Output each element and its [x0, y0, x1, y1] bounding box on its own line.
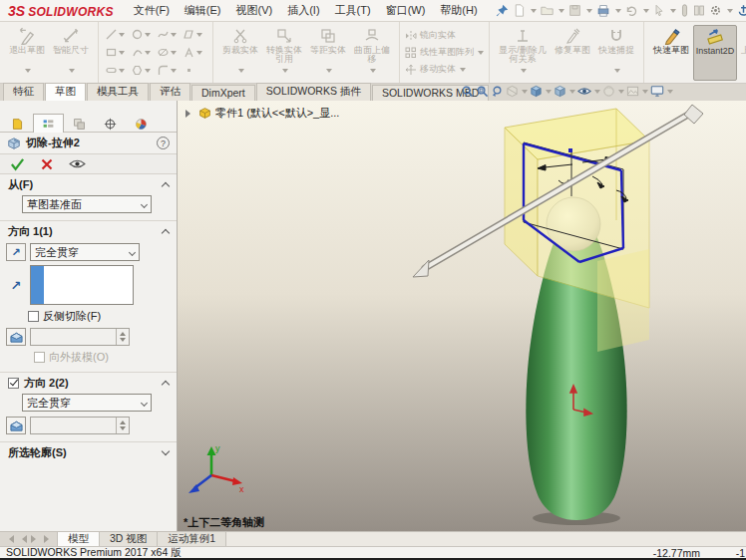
options-gear-icon[interactable] — [709, 4, 722, 17]
dimxpert-manager-tab[interactable] — [95, 114, 126, 133]
from-group-header[interactable]: 从(F) — [0, 174, 177, 194]
direction2-checkbox[interactable] — [8, 378, 19, 389]
line-tool[interactable] — [104, 29, 130, 40]
exit-sketch-button[interactable]: 退出草图 — [5, 25, 49, 81]
tab-sketch[interactable]: 草图 — [45, 83, 86, 101]
cancel-x-icon[interactable] — [41, 158, 53, 170]
tab-navigation-buttons[interactable] — [0, 532, 58, 546]
new-document-icon[interactable] — [513, 4, 526, 17]
ok-check-icon[interactable] — [10, 157, 25, 171]
tab-evaluate[interactable]: 评估 — [150, 83, 190, 101]
last-tab-icon[interactable] — [44, 535, 53, 543]
point-tool[interactable] — [182, 65, 207, 76]
preview-eye-icon[interactable] — [69, 158, 86, 169]
view-settings-caret-icon[interactable] — [667, 90, 673, 97]
tree-item-part[interactable]: 零件1 (默认<<默认>_显... — [215, 106, 339, 121]
polygon-tool[interactable] — [130, 65, 156, 76]
menu-view[interactable]: 视图(V) — [236, 3, 273, 18]
model-tab[interactable]: 模型 — [58, 532, 100, 546]
attachments-icon[interactable] — [680, 4, 689, 17]
reverse-direction-button[interactable]: ↗ — [6, 243, 26, 261]
view-orientation-icon[interactable] — [530, 85, 543, 98]
view-settings-icon[interactable] — [650, 85, 664, 98]
tab-solidworks-addins[interactable]: SOLIDWORKS 插件 — [256, 83, 371, 101]
3d-views-tab[interactable]: 3D 视图 — [100, 532, 158, 546]
pin-icon[interactable] — [496, 4, 509, 17]
print-icon[interactable] — [596, 4, 610, 17]
quick-snaps-button[interactable]: 快速捕捉 — [594, 25, 638, 81]
select-icon[interactable] — [653, 4, 665, 17]
rapid-sketch-button[interactable]: 快速草图 — [649, 25, 693, 81]
save-icon[interactable] — [568, 4, 581, 17]
new-document-caret-icon[interactable] — [531, 9, 537, 16]
menu-window[interactable]: 窗口(W) — [386, 3, 426, 18]
from-condition-combobox[interactable]: 草图基准面 — [22, 195, 152, 213]
instant2d-button[interactable]: Instant2D — [693, 25, 737, 81]
menu-insert[interactable]: 插入(I) — [287, 3, 319, 18]
hide-show-items-caret-icon[interactable] — [594, 90, 600, 97]
tab-features[interactable]: 特征 — [3, 83, 44, 101]
hide-show-items-icon[interactable] — [577, 85, 591, 98]
spinner-buttons[interactable] — [116, 418, 129, 433]
tab-mold-tools[interactable]: 模具工具 — [87, 83, 149, 101]
rectangle-tool[interactable] — [104, 47, 130, 58]
spin-up-icon[interactable] — [120, 418, 126, 424]
shaded-sketch-contours-button[interactable]: 上色草图轮廓 — [737, 25, 746, 81]
offset-entities-button[interactable]: 等距实体 — [306, 25, 350, 81]
trim-entities-button[interactable]: 剪裁实体 — [218, 25, 262, 81]
smart-dimension-button[interactable]: 智能尺寸 — [49, 25, 93, 81]
apply-scene-icon[interactable] — [626, 85, 639, 98]
previous-view-icon[interactable] — [491, 85, 504, 98]
circle-tool[interactable] — [130, 29, 156, 40]
plane-tool[interactable] — [182, 29, 207, 40]
spline-tool[interactable] — [156, 29, 182, 40]
open-icon[interactable] — [541, 4, 554, 17]
display-delete-relations-button[interactable]: 显示/删除几何关系 — [495, 25, 551, 81]
direction-reference-listbox[interactable] — [30, 265, 134, 305]
display-manager-tab[interactable] — [126, 114, 157, 133]
mirror-entities-button[interactable]: 镜向实体 — [405, 28, 484, 43]
zoom-to-fit-icon[interactable] — [461, 85, 474, 98]
direction1-end-condition-combobox[interactable]: 完全贯穿 — [30, 243, 140, 261]
3d-scene[interactable]: y x — [178, 101, 746, 531]
draft-angle-spinner[interactable] — [30, 328, 130, 346]
draft-button[interactable] — [6, 328, 26, 346]
prev-tab-icon[interactable] — [18, 535, 27, 543]
apply-scene-caret-icon[interactable] — [642, 90, 648, 97]
draft-angle-spinner-2[interactable] — [30, 417, 130, 434]
tree-expand-icon[interactable] — [186, 110, 194, 118]
sketch-text-tool[interactable] — [182, 47, 207, 58]
convert-entities-button[interactable]: 转换实体引用 — [262, 25, 306, 81]
help-icon[interactable]: ? — [157, 137, 170, 149]
flip-side-checkbox[interactable] — [28, 311, 39, 322]
ellipse-tool[interactable] — [156, 47, 182, 58]
menu-file[interactable]: 文件(F) — [134, 3, 170, 18]
tab-dimxpert[interactable]: DimXpert — [191, 85, 255, 101]
options-caret-icon[interactable] — [727, 9, 733, 16]
graphics-viewport[interactable]: y x 零件1 (默认<<默认>_显... *上下二等角轴测 — [178, 101, 746, 531]
edit-appearance-caret-icon[interactable] — [618, 90, 624, 97]
selected-contours-header[interactable]: 所选轮廓(S) — [0, 442, 177, 462]
spin-down-icon[interactable] — [120, 426, 126, 433]
arc-tool[interactable] — [130, 47, 156, 58]
move-entities-button[interactable]: 移动实体 — [405, 62, 484, 77]
section-view-caret-icon[interactable] — [522, 90, 528, 97]
next-tab-icon[interactable] — [31, 535, 40, 543]
linear-sketch-pattern-button[interactable]: 线性草图阵列 — [405, 45, 484, 60]
repair-sketch-button[interactable]: 修复草图 — [551, 25, 594, 81]
undo-caret-icon[interactable] — [643, 9, 649, 16]
motion-study-tab[interactable]: 运动算例1 — [158, 532, 226, 546]
slot-tool[interactable] — [104, 65, 130, 76]
edit-appearance-icon[interactable] — [602, 85, 615, 98]
direction2-end-condition-combobox[interactable]: 完全贯穿 — [22, 394, 152, 412]
direction1-group-header[interactable]: 方向 1(1) — [0, 221, 177, 241]
offset-on-surface-button[interactable]: 曲面上偏移 — [350, 25, 394, 81]
zoom-to-area-icon[interactable] — [476, 85, 489, 98]
print-caret-icon[interactable] — [615, 9, 621, 16]
display-style-caret-icon[interactable] — [569, 90, 575, 97]
save-caret-icon[interactable] — [586, 9, 592, 16]
first-tab-icon[interactable] — [5, 535, 14, 543]
open-caret-icon[interactable] — [559, 9, 564, 16]
rebuild-icon[interactable] — [737, 4, 746, 18]
spin-down-icon[interactable] — [120, 338, 126, 345]
